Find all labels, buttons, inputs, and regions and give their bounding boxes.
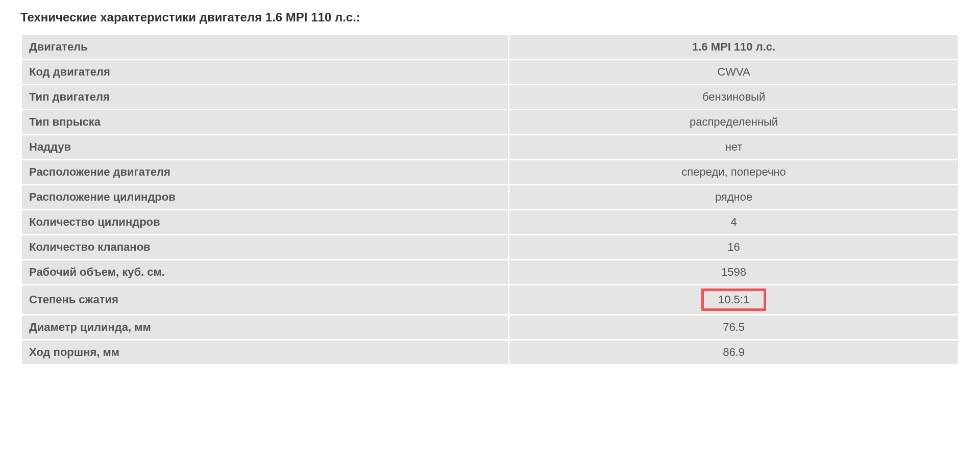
specs-table: Двигатель1.6 MPI 110 л.с.Код двигателяCW…: [20, 34, 960, 366]
spec-value: бензиновый: [509, 85, 958, 109]
spec-value: CWVA: [509, 60, 958, 84]
spec-label: Степень сжатия: [22, 285, 508, 314]
spec-value: рядное: [509, 185, 958, 209]
spec-value: нет: [509, 135, 958, 159]
spec-label: Ход поршня, мм: [22, 341, 508, 364]
spec-value: спереди, поперечно: [509, 160, 958, 184]
spec-label: Наддув: [22, 135, 508, 159]
spec-label: Диаметр цилинда, мм: [22, 316, 508, 339]
spec-label: Рабочий объем, куб. см.: [22, 260, 508, 284]
table-row: Наддувнет: [22, 135, 958, 159]
spec-label: Тип двигателя: [22, 85, 508, 109]
page-title: Технические характеристики двигателя 1.6…: [20, 10, 960, 25]
table-row: Расположение цилиндроврядное: [22, 185, 958, 209]
table-row: Двигатель1.6 MPI 110 л.с.: [22, 35, 958, 59]
spec-label: Количество цилиндров: [22, 210, 508, 234]
table-row: Тип впрыскараспределенный: [22, 110, 958, 134]
spec-value: распределенный: [509, 110, 958, 134]
spec-label: Расположение двигателя: [22, 160, 508, 184]
spec-value: 10.5:1: [509, 285, 958, 314]
spec-value: 1598: [509, 260, 958, 284]
table-row: Код двигателяCWVA: [22, 60, 958, 84]
spec-value: 16: [509, 235, 958, 259]
spec-label: Расположение цилиндров: [22, 185, 508, 209]
highlight-annotation: 10.5:1: [701, 288, 766, 311]
table-row: Количество цилиндров4: [22, 210, 958, 234]
table-row: Ход поршня, мм86.9: [22, 341, 958, 364]
table-row: Расположение двигателяспереди, поперечно: [22, 160, 958, 184]
table-row: Рабочий объем, куб. см.1598: [22, 260, 958, 284]
spec-label: Количество клапанов: [22, 235, 508, 259]
spec-label: Двигатель: [22, 35, 508, 59]
table-row: Тип двигателябензиновый: [22, 85, 958, 109]
spec-value: 1.6 MPI 110 л.с.: [509, 35, 958, 59]
table-row: Диаметр цилинда, мм76.5: [22, 316, 958, 339]
spec-label: Тип впрыска: [22, 110, 508, 134]
table-row: Количество клапанов16: [22, 235, 958, 259]
spec-value: 4: [509, 210, 958, 234]
spec-value: 86.9: [509, 341, 958, 364]
spec-label: Код двигателя: [22, 60, 508, 84]
table-row: Степень сжатия10.5:1: [22, 285, 958, 314]
spec-value: 76.5: [509, 316, 958, 339]
